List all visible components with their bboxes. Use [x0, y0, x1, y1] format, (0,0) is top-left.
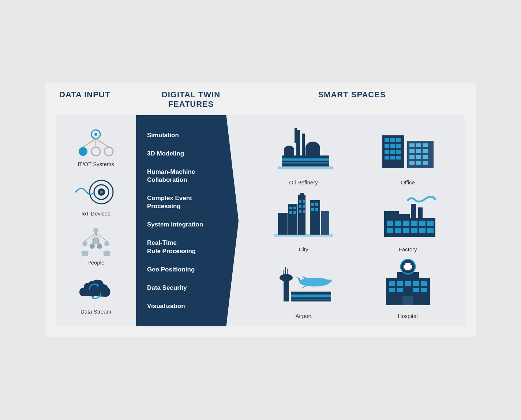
svg-rect-117	[421, 288, 427, 292]
svg-rect-63	[303, 200, 305, 203]
feature-datasec: Data Security	[147, 284, 231, 292]
input-item-it-ot: IT/OT Systems	[74, 127, 118, 167]
factory-icon	[379, 189, 437, 244]
svg-point-12	[93, 228, 98, 233]
it-ot-label: IT/OT Systems	[78, 161, 114, 167]
svg-rect-100	[285, 267, 286, 278]
svg-rect-54	[409, 155, 415, 159]
svg-rect-64	[299, 205, 301, 208]
svg-rect-46	[396, 156, 401, 160]
svg-rect-25	[295, 128, 297, 143]
svg-rect-41	[385, 150, 389, 154]
datastream-icon	[76, 274, 116, 307]
svg-rect-36	[390, 138, 395, 142]
svg-rect-40	[396, 144, 401, 148]
svg-rect-72	[293, 211, 296, 214]
iot-label: IoT Devices	[82, 210, 110, 217]
data-input-column: IT/OT Systems IoT Devices	[56, 115, 136, 326]
svg-rect-56	[423, 155, 428, 159]
svg-rect-70	[293, 207, 296, 209]
svg-rect-35	[385, 138, 389, 142]
svg-rect-111	[405, 281, 411, 286]
people-icon	[74, 226, 118, 257]
svg-rect-31	[282, 158, 329, 161]
svg-rect-80	[274, 234, 333, 237]
svg-rect-89	[427, 221, 434, 226]
svg-rect-105	[291, 299, 331, 300]
svg-rect-44	[385, 156, 389, 160]
svg-rect-73	[278, 213, 288, 235]
feature-viz: Visualization	[147, 302, 231, 310]
svg-rect-92	[403, 228, 409, 233]
svg-rect-109	[389, 281, 395, 286]
svg-rect-52	[416, 149, 421, 153]
svg-point-11	[100, 191, 103, 194]
svg-rect-85	[395, 221, 401, 226]
hospital-icon	[379, 256, 437, 311]
svg-rect-97	[384, 211, 399, 215]
svg-rect-94	[419, 228, 426, 233]
svg-rect-43	[396, 150, 401, 154]
iot-icon	[74, 177, 118, 208]
svg-rect-30	[282, 155, 329, 166]
svg-rect-39	[390, 144, 395, 148]
refinery-icon	[274, 123, 333, 177]
svg-rect-50	[423, 143, 428, 147]
svg-point-106	[299, 278, 330, 286]
space-airport: Airport	[253, 256, 354, 319]
svg-rect-75	[311, 203, 314, 206]
it-ot-icon-wrap	[74, 127, 118, 160]
oil-refinery-label: Oil Refinery	[289, 179, 318, 185]
svg-rect-113	[421, 281, 427, 286]
office-label: Office	[401, 179, 415, 185]
svg-rect-81	[411, 204, 416, 218]
svg-rect-45	[390, 156, 395, 160]
svg-rect-65	[303, 205, 305, 208]
svg-rect-53	[423, 149, 428, 153]
feature-rtrp: Real-TimeRule Processing	[147, 239, 231, 255]
data-input-header: DATA INPUT	[59, 90, 140, 100]
svg-rect-82	[418, 207, 423, 218]
svg-rect-84	[387, 221, 393, 226]
svg-rect-116	[413, 288, 419, 292]
svg-rect-95	[427, 228, 434, 233]
space-hospital: Hospital	[357, 256, 458, 319]
svg-line-4	[83, 139, 96, 147]
svg-rect-110	[397, 281, 403, 286]
svg-point-2	[91, 147, 100, 156]
svg-rect-24	[302, 134, 305, 155]
svg-rect-49	[416, 143, 421, 147]
svg-rect-91	[395, 228, 401, 233]
svg-point-13	[82, 241, 87, 246]
svg-line-6	[96, 139, 109, 147]
main-container: DATA INPUT DIGITAL TWIN FEATURES SMART S…	[45, 83, 476, 337]
svg-rect-77	[311, 208, 314, 211]
svg-rect-104	[291, 295, 331, 297]
svg-point-16	[104, 241, 109, 246]
svg-rect-58	[416, 161, 421, 165]
feature-hmc: Human-MachineCollaboration	[147, 168, 231, 184]
svg-rect-69	[289, 207, 292, 209]
svg-point-3	[104, 147, 113, 156]
svg-rect-90	[387, 228, 393, 233]
svg-rect-48	[409, 143, 415, 147]
svg-rect-51	[409, 149, 415, 153]
digital-twin-column: Simulation 3D Modeling Human-MachineColl…	[136, 115, 239, 326]
svg-rect-88	[419, 221, 426, 226]
svg-rect-78	[315, 208, 318, 211]
svg-rect-79	[321, 211, 329, 235]
svg-rect-62	[299, 200, 301, 203]
svg-rect-118	[402, 296, 413, 305]
svg-rect-76	[315, 203, 318, 206]
input-item-people: People	[74, 225, 118, 266]
svg-rect-86	[403, 221, 409, 226]
svg-rect-102	[283, 270, 284, 278]
city-label: City	[299, 246, 308, 252]
network-icon	[76, 128, 116, 159]
people-label: People	[87, 259, 105, 266]
office-icon	[379, 123, 437, 177]
svg-rect-23	[296, 130, 300, 155]
svg-rect-38	[385, 144, 389, 148]
svg-rect-101	[287, 269, 288, 278]
svg-rect-67	[303, 210, 305, 213]
